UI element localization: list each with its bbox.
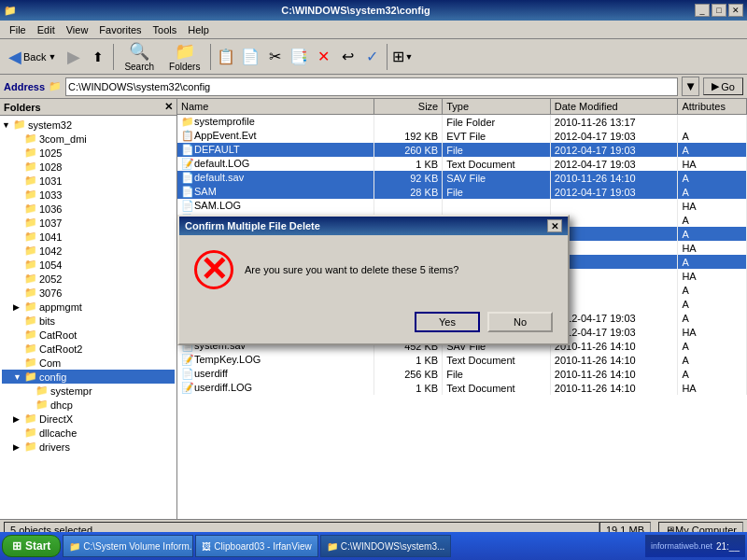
dialog-no-button[interactable]: No — [487, 312, 553, 332]
dialog-close-button[interactable]: ✕ — [547, 219, 562, 232]
dialog-overlay: Confirm Multiple File Delete ✕ ✕ Are you… — [0, 0, 747, 560]
dialog-title-text: Confirm Multiple File Delete — [185, 220, 320, 231]
dialog-yes-button[interactable]: Yes — [415, 312, 480, 332]
dialog-message: Are you sure you want to delete these 5 … — [245, 264, 458, 275]
dialog-buttons: Yes No — [179, 304, 568, 343]
confirm-delete-dialog: Confirm Multiple File Delete ✕ ✕ Are you… — [177, 215, 570, 345]
dialog-title-bar: Confirm Multiple File Delete ✕ — [179, 217, 568, 235]
warning-icon: ✕ — [194, 250, 233, 289]
dialog-body: ✕ Are you sure you want to delete these … — [179, 235, 568, 304]
